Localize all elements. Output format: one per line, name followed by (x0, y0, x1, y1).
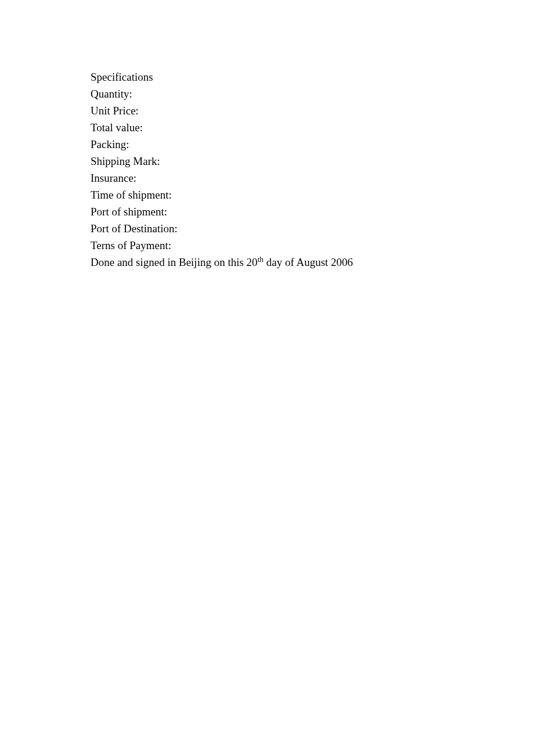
signature-prefix: Done and signed in Beijing on this 20 (91, 256, 258, 268)
field-port-of-destination: Port of Destination: (91, 220, 534, 237)
field-port-of-shipment: Port of shipment: (91, 203, 534, 220)
field-total-value: Total value: (91, 119, 534, 136)
signature-ordinal: th (258, 255, 264, 264)
field-time-of-shipment: Time of shipment: (91, 186, 534, 203)
field-specifications: Specifications (91, 69, 534, 85)
field-quantity: Quantity: (91, 85, 534, 102)
field-shipping-mark: Shipping Mark: (91, 153, 534, 170)
field-unit-price: Unit Price: (91, 102, 534, 119)
field-insurance: Insurance: (91, 170, 534, 186)
field-packing: Packing: (91, 136, 534, 153)
signature-line: Done and signed in Beijing on this 20th … (91, 254, 534, 271)
signature-suffix: day of August 2006 (264, 256, 353, 268)
field-terms-of-payment: Terns of Payment: (91, 237, 534, 254)
